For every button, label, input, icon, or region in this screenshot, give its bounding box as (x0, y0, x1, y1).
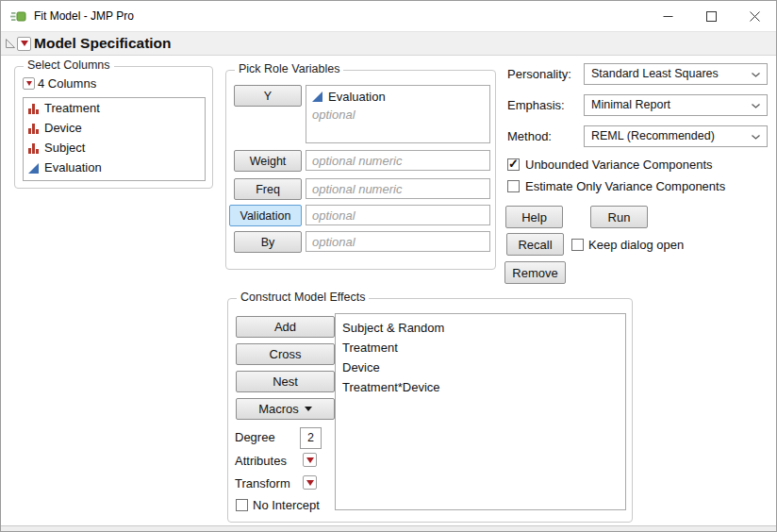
remove-button[interactable]: Remove (504, 261, 566, 284)
construct-model-effects-group: Construct Model Effects Add Cross Nest M… (227, 298, 633, 523)
pick-roles-title: Pick Role Variables (235, 62, 343, 75)
y-role-value[interactable]: Evaluation (306, 86, 489, 105)
column-item-treatment[interactable]: Treatment (24, 98, 205, 118)
minimize-icon (663, 11, 673, 22)
continuous-column-icon (27, 162, 40, 175)
y-role-button[interactable]: Y (234, 85, 302, 107)
help-button[interactable]: Help (505, 206, 563, 228)
recall-button[interactable]: Recall (506, 233, 564, 256)
title-bar: Fit Model - JMP Pro (1, 1, 776, 31)
by-role-box[interactable]: optional (306, 231, 490, 252)
column-item-subject[interactable]: Subject (24, 138, 205, 158)
add-button[interactable]: Add (236, 316, 335, 338)
page-title: Model Specification (34, 35, 172, 52)
unbounded-variance-label: Unbounded Variance Components (525, 158, 713, 172)
emphasis-select[interactable]: Minimal Report (584, 94, 768, 116)
columns-count-label: 4 Columns (38, 76, 96, 91)
validation-role-box[interactable]: optional (306, 205, 490, 225)
close-icon (750, 11, 760, 22)
freq-placeholder: optional numeric (306, 179, 489, 199)
estimate-only-variance-checkbox[interactable] (507, 180, 520, 192)
effect-item[interactable]: Treatment*Device (336, 377, 625, 397)
model-spec-red-triangle-menu[interactable] (17, 37, 31, 51)
select-columns-title: Select Columns (24, 58, 114, 72)
keep-dialog-open-label: Keep dialog open (588, 238, 684, 252)
select-columns-group: Select Columns 4 Columns Treatment Devic… (14, 66, 213, 189)
weight-role-button[interactable]: Weight (234, 150, 302, 172)
window-controls (646, 1, 776, 31)
window-title: Fit Model - JMP Pro (34, 9, 134, 23)
maximize-icon (706, 11, 717, 22)
y-role-box[interactable]: Evaluation optional (306, 85, 490, 143)
attributes-label: Attributes (235, 454, 287, 468)
effect-item[interactable]: Device (336, 357, 625, 377)
columns-red-triangle-menu[interactable] (23, 77, 35, 90)
method-label: Method: (507, 129, 552, 143)
personality-value: Standard Least Squares (591, 67, 719, 80)
minimize-button[interactable] (646, 1, 689, 31)
jmp-app-icon (10, 8, 26, 25)
personality-select[interactable]: Standard Least Squares (584, 63, 768, 85)
y-value-label: Evaluation (328, 89, 386, 105)
no-intercept-checkbox[interactable] (236, 499, 248, 511)
red-triangle-icon (21, 41, 28, 46)
disclosure-triangle-icon[interactable] (4, 37, 17, 50)
column-item-evaluation[interactable]: Evaluation (24, 158, 205, 177)
keep-dialog-open-checkbox[interactable] (571, 239, 584, 251)
degree-input[interactable]: 2 (300, 427, 322, 449)
by-placeholder: optional (306, 232, 489, 252)
freq-role-box[interactable]: optional numeric (306, 178, 490, 199)
emphasis-label: Emphasis: (507, 98, 565, 112)
run-button[interactable]: Run (590, 206, 648, 228)
columns-listbox[interactable]: Treatment Device Subject Evaluation (23, 97, 206, 181)
unbounded-variance-checkbox[interactable] (507, 158, 520, 171)
freq-role-button[interactable]: Freq (234, 178, 302, 200)
validation-role-button[interactable]: Validation (229, 205, 302, 226)
macros-button[interactable]: Macros (236, 398, 335, 420)
chevron-down-icon (752, 73, 760, 77)
fit-model-window: Fit Model - JMP Pro Model Specification (0, 0, 777, 532)
model-effects-listbox[interactable]: Subject & Random Treatment Device Treatm… (335, 313, 626, 510)
continuous-column-icon (311, 91, 323, 103)
personality-label: Personality: (507, 67, 571, 81)
nest-button[interactable]: Nest (236, 371, 335, 392)
model-specification-header: Model Specification (1, 31, 776, 56)
column-name: Subject (44, 140, 85, 157)
red-triangle-icon (306, 480, 314, 486)
window-bottom-edge (1, 525, 776, 531)
column-item-device[interactable]: Device (24, 118, 205, 138)
weight-placeholder: optional numeric (306, 151, 489, 171)
red-triangle-icon (26, 81, 32, 86)
effect-item[interactable]: Treatment (336, 338, 625, 357)
column-name: Device (44, 120, 82, 137)
emphasis-value: Minimal Report (591, 98, 670, 111)
macros-label: Macros (258, 402, 299, 416)
transform-red-triangle-menu[interactable] (303, 475, 317, 490)
column-name: Treatment (44, 100, 100, 117)
method-value: REML (Recommended) (591, 129, 715, 142)
construct-effects-title: Construct Model Effects (237, 291, 369, 304)
red-triangle-icon (306, 457, 314, 463)
no-intercept-label: No Intercept (253, 498, 320, 512)
chevron-down-icon (752, 104, 760, 108)
weight-role-box[interactable]: optional numeric (306, 150, 490, 171)
chevron-down-icon (752, 135, 760, 140)
by-role-button[interactable]: By (234, 231, 302, 253)
validation-placeholder: optional (306, 206, 489, 225)
effect-item[interactable]: Subject & Random (336, 318, 625, 338)
cross-button[interactable]: Cross (236, 343, 335, 365)
nominal-column-icon (27, 142, 40, 155)
columns-header: 4 Columns (23, 76, 96, 91)
attributes-red-triangle-menu[interactable] (303, 453, 317, 467)
maximize-button[interactable] (689, 1, 733, 31)
column-name: Evaluation (44, 159, 102, 176)
pick-role-variables-group: Pick Role Variables Y Evaluation optiona… (225, 70, 496, 270)
nominal-column-icon (27, 123, 40, 135)
degree-label: Degree (235, 430, 275, 444)
transform-label: Transform (235, 476, 290, 490)
estimate-only-variance-label: Estimate Only Variance Components (525, 179, 725, 193)
close-button[interactable] (733, 1, 776, 31)
nominal-column-icon (27, 103, 40, 115)
method-select[interactable]: REML (Recommended) (584, 125, 768, 147)
macros-dropdown-arrow-icon (305, 407, 312, 411)
